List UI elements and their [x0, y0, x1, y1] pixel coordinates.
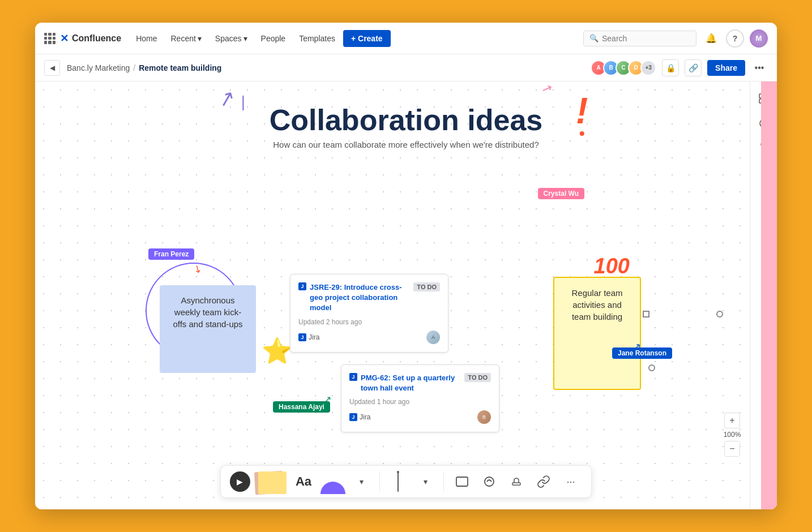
fran-arrow: ↗: [190, 262, 206, 276]
lock-icon-button[interactable]: 🔒: [662, 59, 679, 76]
jira-card-1-assignee: A: [426, 331, 440, 344]
zoom-controls: + 100% −: [719, 408, 746, 461]
text-tool-button[interactable]: Aa: [291, 472, 316, 491]
canvas-main-title: Collaboration ideas: [270, 104, 543, 136]
canvas-subtitle: How can our team collaborate more effect…: [270, 140, 543, 149]
hassana-cursor: ↗: [324, 394, 331, 405]
jira-badge-1: J Jira: [298, 333, 319, 341]
exclaim-decoration: ! ↗: [576, 93, 588, 136]
rectangle-icon: [455, 475, 469, 488]
jira-icon-1: J: [298, 282, 306, 290]
toggle-sidebar-button[interactable]: ◀: [44, 60, 60, 76]
jira-icon-2: J: [349, 373, 357, 381]
collaborator-more: +3: [640, 60, 656, 76]
search-icon: 🔍: [589, 34, 599, 42]
user-avatar[interactable]: M: [750, 29, 768, 48]
breadcrumb-separator: /: [133, 63, 135, 72]
nav-items: Home Recent ▾ Spaces ▾ People Templates …: [130, 30, 579, 47]
crystal-wu-label: Crystal Wu: [538, 188, 584, 199]
arrow-decoration-left: ↗: [216, 85, 238, 113]
jira-card-2-title: PMG-62: Set up a quarterly town hall eve…: [361, 373, 460, 393]
jira-card-2-assignee: B: [477, 410, 491, 424]
canvas-area[interactable]: ↗ | Collaboration ideas ! ↗ How can our …: [35, 81, 777, 509]
create-button[interactable]: + Create: [343, 30, 391, 47]
canvas-content: ↗ | Collaboration ideas ! ↗ How can our …: [35, 81, 777, 509]
jira-icon-sm-2: J: [349, 413, 357, 421]
jira-badge-2: J Jira: [349, 413, 370, 421]
jira-card-1[interactable]: J JSRE-29: Introduce cross-geo project c…: [290, 274, 448, 353]
jira-card-2-status: TO DO: [464, 373, 491, 382]
svg-rect-9: [512, 483, 520, 485]
sub-header-right: A B C D +3 🔒 🔗 Share •••: [591, 59, 768, 76]
jira-card-2-footer: J Jira B: [349, 410, 491, 424]
sticky-note-picker[interactable]: [255, 469, 287, 494]
toolbar-divider-1: [379, 471, 380, 492]
more-options-button[interactable]: •••: [751, 59, 768, 76]
search-input[interactable]: [602, 34, 690, 43]
jane-rotanson-label: Jane Rotanson: [612, 347, 672, 359]
stamp-icon: [510, 475, 523, 488]
apps-icon[interactable]: [44, 33, 55, 44]
nav-people[interactable]: People: [255, 31, 292, 46]
jira-card-1-status: TO DO: [413, 282, 440, 291]
jira-icon-sm-1: J: [298, 333, 306, 341]
zoom-level: 100%: [724, 431, 741, 439]
nav-templates[interactable]: Templates: [293, 31, 341, 46]
star-decoration: ⭐: [262, 336, 293, 366]
bottom-toolbar: ▶ Aa ▾ ▾: [220, 465, 592, 498]
share-button[interactable]: Share: [707, 60, 745, 76]
breadcrumb: Banc.ly Marketing / Remote team building: [67, 63, 221, 72]
nav-spaces[interactable]: Spaces ▾: [210, 31, 253, 46]
top-nav: ✕ Confluence Home Recent ▾ Spaces ▾ Peop…: [35, 23, 777, 54]
search-box[interactable]: 🔍: [583, 31, 696, 46]
zoom-out-button[interactable]: −: [724, 441, 740, 457]
link-icon: [537, 475, 550, 488]
sticky-note-async[interactable]: Asynchronous weekly team kick-offs and s…: [160, 285, 256, 373]
shape-dropdown-button[interactable]: ▾: [350, 470, 373, 493]
jira-card-1-footer: J Jira A: [298, 331, 440, 344]
line-icon: [385, 469, 411, 494]
canvas-title-block: ↗ | Collaboration ideas ! ↗ How can our …: [270, 104, 543, 149]
collaborator-avatars: A B C D +3: [591, 60, 656, 76]
shape-semicircle: [320, 482, 345, 494]
more-tools-button[interactable]: ···: [559, 470, 582, 493]
dot-decoration-3: [648, 364, 655, 371]
chevron-down-icon: ▾: [243, 34, 247, 43]
svg-point-8: [485, 477, 494, 486]
link-embed-tool-button[interactable]: [532, 470, 555, 493]
nav-recent[interactable]: Recent ▾: [165, 31, 207, 46]
nav-right: 🔍 🔔 ? M: [583, 29, 768, 48]
jira-card-2-meta: Updated 1 hour ago: [349, 398, 491, 406]
connector-tool-button[interactable]: [478, 470, 501, 493]
help-button[interactable]: ?: [726, 29, 744, 48]
link-icon-button[interactable]: 🔗: [685, 59, 702, 76]
svg-point-6: [396, 470, 400, 474]
svg-line-5: [388, 472, 408, 491]
browser-window: ✕ Confluence Home Recent ▾ Spaces ▾ Peop…: [35, 23, 777, 509]
dot-decoration-1: [643, 311, 649, 318]
logo-area[interactable]: ✕ Confluence: [60, 32, 121, 45]
hassana-ajayi-label: Hassana Ajayi: [273, 401, 330, 413]
jira-card-1-meta: Updated 2 hours ago: [298, 318, 440, 326]
sticky-note-team[interactable]: Regular team activities and team buildin…: [553, 277, 641, 390]
play-button[interactable]: ▶: [230, 471, 250, 492]
breadcrumb-space[interactable]: Banc.ly Marketing: [67, 63, 130, 72]
pink-strip-decoration: [761, 81, 777, 509]
stamp-tool-button[interactable]: [505, 470, 528, 493]
shape-picker[interactable]: [320, 469, 345, 494]
toolbar-divider-2: [443, 471, 444, 492]
nav-home[interactable]: Home: [130, 31, 163, 46]
line-dropdown-button[interactable]: ▾: [414, 470, 437, 493]
rectangle-tool-button[interactable]: [451, 470, 473, 493]
jira-card-2[interactable]: J PMG-62: Set up a quarterly town hall e…: [341, 364, 499, 432]
sticky-s2: [258, 471, 287, 494]
jane-cursor: ↗: [632, 341, 641, 353]
logo-text: Confluence: [72, 33, 121, 44]
line-tool-button[interactable]: [387, 470, 409, 493]
confluence-x-icon: ✕: [60, 32, 69, 45]
zoom-in-button[interactable]: +: [724, 413, 740, 428]
svg-rect-7: [456, 477, 468, 486]
sub-header: ◀ Banc.ly Marketing / Remote team buildi…: [35, 54, 777, 81]
jira-card-1-title: JSRE-29: Introduce cross-geo project col…: [310, 282, 409, 314]
notifications-button[interactable]: 🔔: [702, 29, 720, 48]
